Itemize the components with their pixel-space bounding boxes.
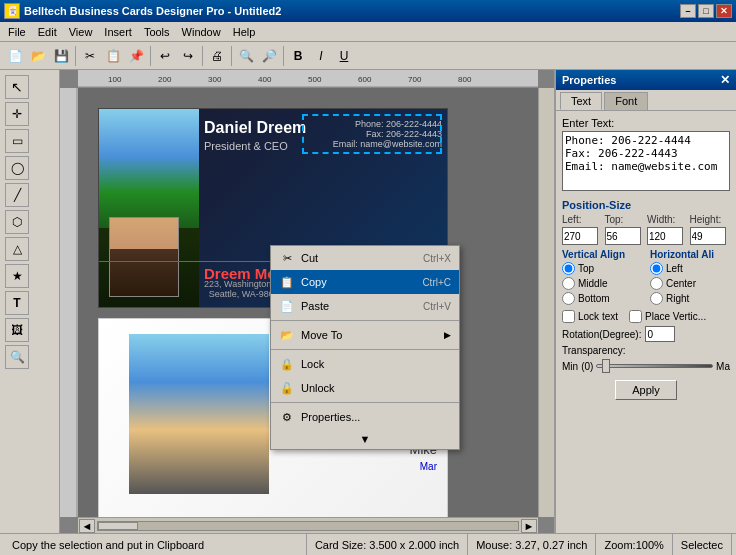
scroll-left-button[interactable]: ◄ xyxy=(79,519,95,533)
rotation-input[interactable] xyxy=(645,326,675,342)
transparency-label: Transparency: xyxy=(562,345,626,356)
triangle-tool[interactable]: △ xyxy=(5,237,29,261)
svg-text:500: 500 xyxy=(308,75,322,84)
halign-center-label: Center xyxy=(666,278,696,289)
print-button[interactable]: 🖨 xyxy=(206,45,228,67)
halign-right-row: Right xyxy=(650,292,730,305)
lock-text-row: Lock text Place Vertic... xyxy=(562,310,730,323)
paste-button[interactable]: 📌 xyxy=(125,45,147,67)
ctx-move-to-label: Move To xyxy=(301,329,342,341)
zoom-tool[interactable]: 🔍 xyxy=(5,345,29,369)
ctx-paste[interactable]: 📄 Paste Ctrl+V xyxy=(271,294,459,318)
ctx-more-icon: ▼ xyxy=(360,433,371,445)
left-input[interactable] xyxy=(562,227,598,245)
underline-button[interactable]: U xyxy=(333,45,355,67)
toolbar-sep-2 xyxy=(150,46,151,66)
move-to-icon: 📂 xyxy=(279,327,295,343)
valign-top-radio[interactable] xyxy=(562,262,575,275)
properties-close[interactable]: ✕ xyxy=(720,73,730,87)
open-button[interactable]: 📂 xyxy=(27,45,49,67)
scroll-right-button[interactable]: ► xyxy=(521,519,537,533)
copy-button[interactable]: 📋 xyxy=(102,45,124,67)
save-button[interactable]: 💾 xyxy=(50,45,72,67)
line-tool[interactable]: ╱ xyxy=(5,183,29,207)
menu-help[interactable]: Help xyxy=(227,24,262,40)
cut-icon: ✂ xyxy=(279,250,295,266)
minimize-button[interactable]: – xyxy=(680,4,696,18)
close-button[interactable]: ✕ xyxy=(716,4,732,18)
maximize-button[interactable]: □ xyxy=(698,4,714,18)
new-button[interactable]: 📄 xyxy=(4,45,26,67)
scrollbar-horizontal[interactable]: ◄ ► xyxy=(78,517,538,533)
svg-text:200: 200 xyxy=(158,75,172,84)
top-input[interactable] xyxy=(605,227,641,245)
scroll-track-h[interactable] xyxy=(97,521,519,531)
redo-button[interactable]: ↪ xyxy=(177,45,199,67)
text-tool[interactable]: T xyxy=(5,291,29,315)
menu-tools[interactable]: Tools xyxy=(138,24,176,40)
transparency-thumb[interactable] xyxy=(602,359,610,373)
menu-window[interactable]: Window xyxy=(176,24,227,40)
italic-button[interactable]: I xyxy=(310,45,332,67)
valign-bottom-label: Bottom xyxy=(578,293,610,304)
app-icon: 🃏 xyxy=(4,3,20,19)
app-title: Belltech Business Cards Designer Pro - U… xyxy=(24,5,281,17)
card2-person-title: Mar xyxy=(420,461,437,472)
ctx-sep-2 xyxy=(271,349,459,350)
lock-text-checkbox[interactable] xyxy=(562,310,575,323)
halign-right-radio[interactable] xyxy=(650,292,663,305)
height-input[interactable] xyxy=(690,227,726,245)
move-tool[interactable]: ✛ xyxy=(5,102,29,126)
top-label: Top: xyxy=(605,214,646,225)
menu-bar: File Edit View Insert Tools Window Help xyxy=(0,22,736,42)
ctx-properties[interactable]: ⚙ Properties... xyxy=(271,405,459,429)
image-tool[interactable]: 🖼 xyxy=(5,318,29,342)
ctx-copy[interactable]: 📋 Copy Ctrl+C xyxy=(271,270,459,294)
status-card-size: Card Size: 3.500 x 2.000 inch xyxy=(307,534,468,555)
valign-bottom-radio[interactable] xyxy=(562,292,575,305)
bold-button[interactable]: B xyxy=(287,45,309,67)
horizontal-align-title: Horizontal Ali xyxy=(650,249,730,260)
star-tool[interactable]: ★ xyxy=(5,264,29,288)
zoom-in-button[interactable]: 🔍 xyxy=(235,45,257,67)
ctx-more[interactable]: ▼ xyxy=(271,429,459,449)
ctx-move-to[interactable]: 📂 Move To ▶ xyxy=(271,323,459,347)
width-input[interactable] xyxy=(647,227,683,245)
scrollbar-vertical[interactable] xyxy=(538,88,554,517)
properties-tabs: Text Font xyxy=(556,90,736,111)
ctx-cut[interactable]: ✂ Cut Ctrl+X xyxy=(271,246,459,270)
menu-view[interactable]: View xyxy=(63,24,99,40)
undo-button[interactable]: ↩ xyxy=(154,45,176,67)
place-vertically-checkbox[interactable] xyxy=(629,310,642,323)
toolbar-sep-4 xyxy=(231,46,232,66)
tab-font[interactable]: Font xyxy=(604,92,648,110)
position-size-title: Position-Size xyxy=(562,199,730,211)
ellipse-tool[interactable]: ◯ xyxy=(5,156,29,180)
left-label: Left: xyxy=(562,214,603,225)
ctx-unlock[interactable]: 🔓 Unlock xyxy=(271,376,459,400)
tab-text[interactable]: Text xyxy=(560,92,602,110)
canvas-area[interactable]: 100 200 300 400 500 600 700 800 xyxy=(60,70,554,533)
menu-file[interactable]: File xyxy=(2,24,32,40)
card2-photo xyxy=(129,334,269,494)
halign-left-radio[interactable] xyxy=(650,262,663,275)
properties-content: Enter Text: Phone: 206-222-4444 Fax: 206… xyxy=(556,111,736,406)
select-tool[interactable]: ↖ xyxy=(5,75,29,99)
width-label: Width: xyxy=(647,214,688,225)
rect-tool[interactable]: ▭ xyxy=(5,129,29,153)
halign-center-radio[interactable] xyxy=(650,277,663,290)
menu-insert[interactable]: Insert xyxy=(98,24,138,40)
zoom-out-button[interactable]: 🔎 xyxy=(258,45,280,67)
text-input[interactable]: Phone: 206-222-4444 Fax: 206-222-4443 Em… xyxy=(562,131,730,191)
transparency-row: Transparency: xyxy=(562,345,730,356)
ctx-lock[interactable]: 🔒 Lock xyxy=(271,352,459,376)
scroll-thumb-h[interactable] xyxy=(98,522,138,530)
title-bar: 🃏 Belltech Business Cards Designer Pro -… xyxy=(0,0,736,22)
window-controls: – □ ✕ xyxy=(680,4,732,18)
valign-middle-radio[interactable] xyxy=(562,277,575,290)
menu-edit[interactable]: Edit xyxy=(32,24,63,40)
cut-button[interactable]: ✂ xyxy=(79,45,101,67)
polygon-tool[interactable]: ⬡ xyxy=(5,210,29,234)
vertical-align-col: Vertical Align Top Middle Bottom xyxy=(562,249,642,307)
apply-button[interactable]: Apply xyxy=(615,380,677,400)
